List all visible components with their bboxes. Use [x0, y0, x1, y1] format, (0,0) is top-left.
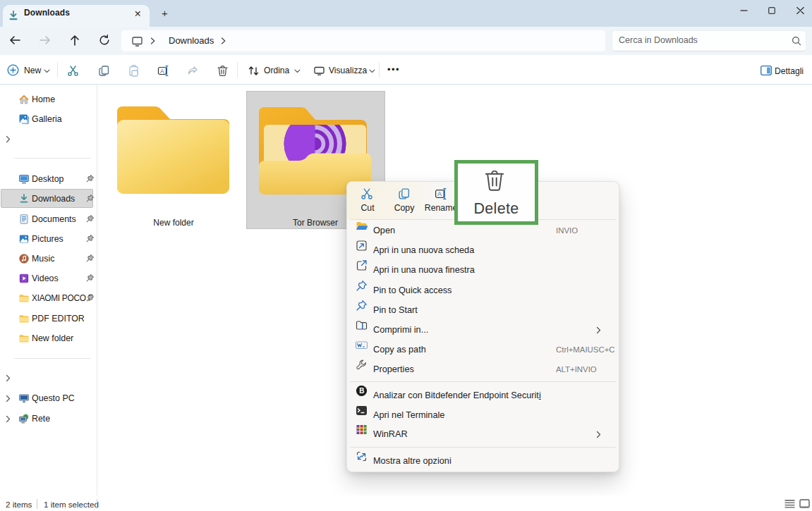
svg-text:B: B	[359, 387, 364, 395]
svg-text:A: A	[160, 68, 164, 75]
svg-text:A: A	[437, 190, 442, 197]
